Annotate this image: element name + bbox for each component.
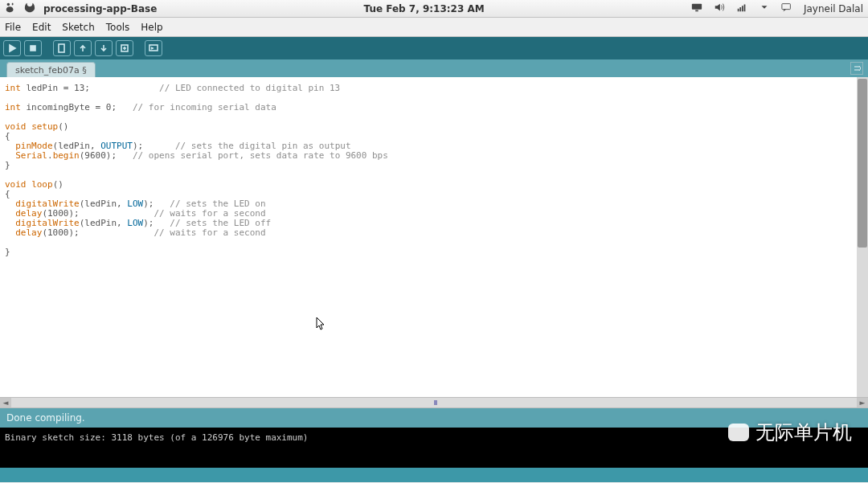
signal-icon[interactable] [736,2,747,15]
svg-rect-5 [744,5,746,12]
code-editor[interactable]: int ledPin = 13; // LED connected to dig… [0,77,857,397]
svg-rect-3 [739,7,741,11]
os-clock[interactable]: Tue Feb 7, 9:13:23 AM [364,3,485,14]
svg-rect-11 [149,45,158,51]
svg-marker-7 [10,45,15,51]
svg-rect-4 [742,6,743,11]
menu-tools[interactable]: Tools [106,22,130,33]
tab-bar: sketch_feb07a § [0,59,868,77]
app-launcher-icon[interactable] [24,2,35,15]
chat-icon[interactable] [781,2,792,15]
svg-rect-2 [738,9,739,12]
console[interactable]: Binary sketch size: 3118 bytes (of a 126… [0,428,868,468]
open-button[interactable] [74,40,92,56]
hscroll-left-icon[interactable]: ◄ [0,398,11,407]
run-button[interactable] [3,40,21,56]
toolbar [0,37,868,59]
svg-rect-9 [59,44,64,52]
os-menubar: processing-app-Base Tue Feb 7, 9:13:23 A… [0,0,868,18]
app-menubar: File Edit Sketch Tools Help [0,18,868,37]
svg-rect-6 [782,4,791,10]
status-text: Done compiling. [6,412,85,424]
svg-rect-1 [695,10,698,12]
menu-edit[interactable]: Edit [32,22,51,33]
menu-file[interactable]: File [5,22,21,33]
volume-icon[interactable] [714,2,725,15]
os-user[interactable]: Jayneil Dalal [804,3,863,14]
hscroll-track[interactable] [11,398,857,407]
hscroll-right-icon[interactable]: ► [857,398,868,407]
menu-sketch[interactable]: Sketch [62,22,94,33]
stop-button[interactable] [24,40,42,56]
dropdown-icon[interactable] [759,2,770,15]
scrollbar-thumb[interactable] [858,79,867,248]
line-status-bar [0,468,868,482]
sketch-tab-label: sketch_feb07a § [15,65,87,76]
editor-area: int ledPin = 13; // LED connected to dig… [0,77,868,397]
svg-rect-0 [692,4,702,10]
display-icon[interactable] [691,2,702,15]
serial-monitor-button[interactable] [145,40,162,56]
tab-menu-button[interactable] [850,62,863,75]
export-button[interactable] [116,40,133,56]
new-button[interactable] [53,40,71,56]
gnome-foot-icon[interactable] [5,2,16,15]
sketch-tab[interactable]: sketch_feb07a § [6,62,96,77]
os-app-title: processing-app-Base [43,3,157,14]
os-tray: Jayneil Dalal [691,2,863,15]
vertical-scrollbar[interactable] [857,77,868,397]
save-button[interactable] [95,40,113,56]
horizontal-scrollbar[interactable]: ◄ ► [0,397,868,408]
status-bar: Done compiling. [0,408,868,428]
svg-rect-8 [31,46,35,51]
console-line: Binary sketch size: 3118 bytes (of a 126… [5,432,863,443]
menu-help[interactable]: Help [141,22,162,33]
